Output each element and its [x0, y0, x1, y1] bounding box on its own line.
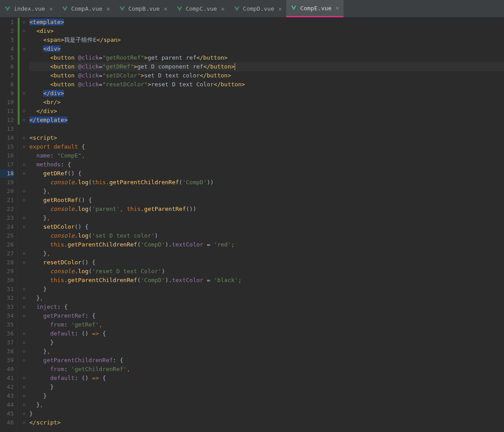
fold-marker[interactable]: ⊖ — [20, 169, 28, 178]
code-line[interactable]: <span>我是子组件E</span> — [29, 36, 504, 44]
close-icon[interactable]: × — [106, 5, 110, 12]
line-number[interactable]: 2 — [0, 27, 14, 36]
line-number[interactable]: 42 — [0, 383, 14, 392]
code-line[interactable]: </template> — [29, 116, 504, 125]
code-line[interactable]: console.log('set D text color') — [29, 231, 504, 240]
fold-marker[interactable]: ⊖ — [20, 400, 28, 409]
line-number[interactable]: 11 — [0, 107, 14, 116]
line-number[interactable]: 5 — [0, 53, 14, 62]
code-line[interactable]: console.log('parent', this.getParentRef(… — [29, 205, 504, 214]
line-number[interactable]: 14 — [0, 133, 14, 142]
fold-marker[interactable]: ⊖ — [20, 107, 28, 116]
line-number[interactable]: 20 — [0, 187, 14, 196]
line-number[interactable]: 12 — [0, 116, 14, 125]
code-line[interactable]: from: 'getChildrenRef', — [29, 365, 504, 374]
code-line[interactable]: <button @click="setDColor">set D text co… — [29, 71, 504, 80]
close-icon[interactable]: × — [278, 5, 282, 12]
fold-marker[interactable]: ⊖ — [20, 374, 28, 383]
line-number[interactable]: 13 — [0, 125, 14, 133]
line-number[interactable]: 9 — [0, 89, 14, 98]
code-line[interactable]: } — [29, 383, 504, 392]
line-number[interactable]: 18 — [0, 169, 14, 178]
code-line[interactable] — [29, 125, 504, 133]
line-number[interactable]: 3 — [0, 36, 14, 44]
fold-marker[interactable]: ⊖ — [20, 222, 28, 231]
code-line[interactable]: from: 'getRef', — [29, 320, 504, 329]
code-line[interactable]: console.log('reset D text Color') — [29, 267, 504, 276]
fold-marker[interactable]: ⊖ — [20, 44, 28, 53]
line-number[interactable]: 34 — [0, 311, 14, 320]
code-line[interactable]: <button @click="resetDColor">reset D tex… — [29, 80, 504, 89]
line-number[interactable]: 32 — [0, 294, 14, 303]
code-line[interactable]: name: "CompE", — [29, 151, 504, 160]
line-number[interactable]: 24 — [0, 222, 14, 231]
code-area[interactable]: <template> <div> <span>我是子组件E</span> <di… — [28, 18, 504, 432]
code-line[interactable]: getParentChildrenRef: { — [29, 356, 504, 365]
line-number[interactable]: 22 — [0, 205, 14, 214]
line-number[interactable]: 1 — [0, 18, 14, 27]
tab-CompE-vue[interactable]: CompE.vue× — [286, 0, 344, 17]
line-number[interactable]: 10 — [0, 98, 14, 107]
line-number[interactable]: 37 — [0, 338, 14, 347]
tab-index-vue[interactable]: index.vue× — [0, 0, 57, 17]
fold-marker[interactable]: ⊖ — [20, 214, 28, 222]
code-line[interactable]: } — [29, 392, 504, 400]
close-icon[interactable]: × — [164, 5, 167, 12]
code-line[interactable]: resetDColor() { — [29, 258, 504, 267]
fold-marker[interactable]: ⊖ — [20, 383, 28, 392]
line-number[interactable]: 44 — [0, 400, 14, 409]
code-line[interactable]: getParentRef: { — [29, 311, 504, 320]
line-number[interactable]: 7 — [0, 71, 14, 80]
line-number[interactable]: 28 — [0, 258, 14, 267]
fold-marker[interactable]: ⊖ — [20, 347, 28, 356]
close-icon[interactable]: × — [336, 4, 339, 12]
fold-marker[interactable]: ⊖ — [20, 329, 28, 338]
line-number[interactable]: 21 — [0, 196, 14, 205]
tab-CompD-vue[interactable]: CompD.vue× — [229, 0, 287, 17]
code-editor[interactable]: 1234567891011121314151617181920212223242… — [0, 18, 504, 432]
fold-marker[interactable]: ⊖ — [20, 418, 28, 427]
fold-marker[interactable]: ⊖ — [20, 249, 28, 258]
code-line[interactable]: this.getParentChildrenRef('CompD').textC… — [29, 276, 504, 285]
line-number[interactable]: 17 — [0, 160, 14, 169]
code-line[interactable]: }, — [29, 400, 504, 409]
fold-marker[interactable]: ⊖ — [20, 187, 28, 196]
fold-marker[interactable]: ⊖ — [20, 18, 28, 27]
code-line[interactable]: setDColor() { — [29, 222, 504, 231]
code-line[interactable]: } — [29, 409, 504, 418]
code-line[interactable]: </script> — [29, 418, 504, 427]
code-line[interactable]: </div> — [29, 107, 504, 116]
line-number[interactable]: 45 — [0, 409, 14, 418]
line-number[interactable]: 6 — [0, 62, 14, 71]
close-icon[interactable]: × — [49, 5, 52, 12]
line-number[interactable]: 27 — [0, 249, 14, 258]
line-number[interactable]: 16 — [0, 151, 14, 160]
line-number[interactable]: 30 — [0, 276, 14, 285]
line-number[interactable]: 39 — [0, 356, 14, 365]
line-number[interactable]: 36 — [0, 329, 14, 338]
fold-marker[interactable]: ⊖ — [20, 311, 28, 320]
code-line[interactable]: export default { — [29, 142, 504, 151]
fold-marker[interactable]: ⊖ — [20, 338, 28, 347]
code-line[interactable]: getDRef() { — [29, 169, 504, 178]
fold-marker[interactable]: ⊖ — [20, 133, 28, 142]
code-line[interactable]: default: () => { — [29, 374, 504, 383]
line-number[interactable]: 35 — [0, 320, 14, 329]
fold-marker[interactable]: ⊖ — [20, 89, 28, 98]
line-number[interactable]: 25 — [0, 231, 14, 240]
line-number[interactable]: 15 — [0, 142, 14, 151]
code-line[interactable]: }, — [29, 294, 504, 303]
code-line[interactable]: } — [29, 338, 504, 347]
tab-CompB-vue[interactable]: CompB.vue× — [115, 0, 172, 17]
code-line[interactable]: getRootRef() { — [29, 196, 504, 205]
line-number-gutter[interactable]: 1234567891011121314151617181920212223242… — [0, 18, 18, 432]
close-icon[interactable]: × — [221, 5, 224, 12]
line-number[interactable]: 4 — [0, 44, 14, 53]
line-number[interactable]: 8 — [0, 80, 14, 89]
line-number[interactable]: 19 — [0, 178, 14, 187]
line-number[interactable]: 38 — [0, 347, 14, 356]
code-line[interactable]: } — [29, 285, 504, 294]
fold-marker[interactable]: ⊖ — [20, 409, 28, 418]
line-number[interactable]: 46 — [0, 418, 14, 427]
line-number[interactable]: 29 — [0, 267, 14, 276]
